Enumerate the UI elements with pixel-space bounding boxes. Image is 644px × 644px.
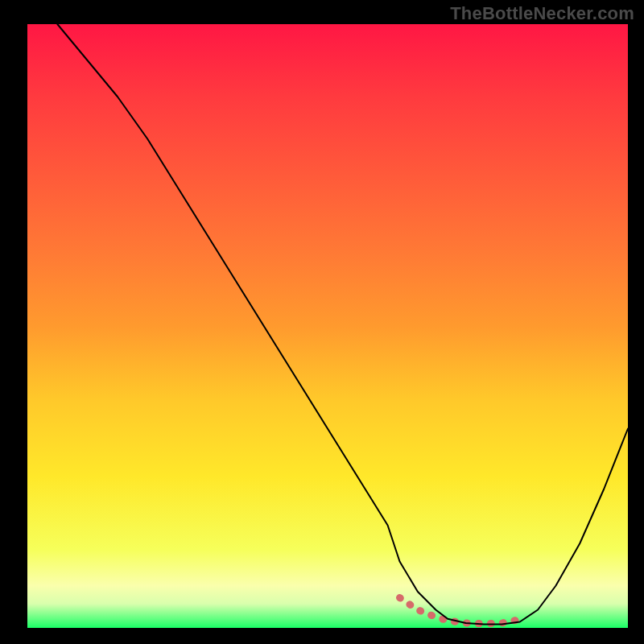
watermark-label: TheBottleNecker.com [450, 3, 634, 24]
bottleneck-chart [0, 0, 644, 644]
figure-root: TheBottleNecker.com [0, 0, 644, 644]
plot-background [27, 24, 628, 628]
